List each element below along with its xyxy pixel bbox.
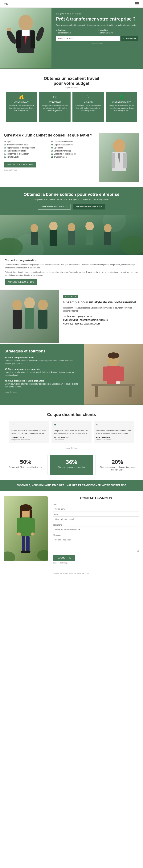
list-item-7: 07. Fusions et acquisitions	[51, 141, 95, 143]
card-text-strategie: Sample text. Click to select this text b…	[41, 104, 69, 112]
testimonial-text-3: Sample text. Click to select the text bo…	[96, 430, 132, 435]
stat-label-3: Cliquez à nouveau ou double-cliquez pour…	[99, 466, 136, 471]
svg-point-24	[49, 222, 57, 231]
svg-rect-16	[112, 153, 115, 168]
contacts-address-line: EMPLACEMENT : 75 STREET SAMPLE, WI 53025	[63, 318, 139, 322]
tagline-text: ENSEMBLE, NOUS POUVONS IMAGINER, INSPIRE…	[6, 484, 137, 487]
card-consultant: 💰 CONSULTANT Lorem text. Click to select…	[6, 92, 37, 122]
hero-cta-button[interactable]: COMMENCER	[121, 36, 138, 41]
hero-image	[0, 8, 51, 69]
list-item-9: 09. Opérations	[51, 147, 95, 149]
contact-form-section: CONTACTEZ-NOUS Nom Email Téléphone Messa…	[0, 491, 143, 569]
svg-rect-45	[103, 367, 107, 381]
card-text-consultant: Lorem text. Click to select this text bo…	[8, 104, 35, 112]
logo: logo	[4, 2, 8, 5]
form-submit-button[interactable]: SOUMETTRE	[53, 555, 75, 561]
org-title: Conseil en organisation	[5, 258, 138, 262]
budget-image-credit: Images de l'image	[4, 87, 139, 89]
hero-email-input[interactable]	[56, 36, 120, 41]
form-image	[4, 496, 48, 564]
form-phone-label: Téléphone	[53, 524, 139, 526]
stat-box-3: 20% Cliquez à nouveau ou double-cliquez …	[96, 455, 139, 475]
quote-mark-3: "	[96, 424, 132, 428]
svg-rect-40	[38, 310, 47, 329]
strategies-section: Stratégies et solutions 01. Nous sculpto…	[0, 344, 143, 405]
org-image-container	[0, 215, 143, 255]
cabinet-learn-more-button[interactable]: APPRENDRE ENCORE PLUS	[4, 162, 36, 167]
tagline-section: ENSEMBLE, NOUS POUVONS IMAGINER, INSPIRE…	[0, 480, 143, 491]
svg-point-43	[108, 352, 119, 359]
form-phone-group: Téléphone	[53, 524, 139, 532]
strategies-content: Stratégies et solutions 01. Nous sculpto…	[0, 344, 84, 405]
svg-point-39	[38, 300, 48, 310]
solution-btn-left[interactable]: APPRENDRE ENCORE PLUS	[38, 204, 71, 210]
list-item-3: 03. Apprentissage et développement	[4, 147, 48, 149]
list-item-12: 12. Transformation	[51, 156, 95, 158]
strategies-image-credit: Jedge de l'image	[5, 391, 79, 393]
org-paragraph1: Para notre aide à représenter le paysage…	[5, 263, 138, 269]
cabinet-image-credit: Image de l'image	[4, 169, 95, 171]
cards-row: 💰 CONSULTANT Lorem text. Click to select…	[4, 92, 139, 122]
hamburger-icon[interactable]	[135, 2, 139, 6]
list-item-2: 02. Transformation des coûts	[4, 144, 48, 146]
svg-point-60	[31, 532, 34, 535]
form-title: CONTACTEZ-NOUS	[53, 496, 139, 500]
contacts-info: TÉLÉPHONE : 1 (232) 252 55 22 EMPLACEMEN…	[63, 315, 139, 326]
form-person-illustration	[4, 496, 48, 561]
hero-section: CE QUE NOUS FAISONS Prêt à transformer v…	[0, 8, 143, 69]
form-email-group: Email	[53, 514, 139, 522]
footer-caption: Sample text. Click to Enter the Page Tex…	[53, 572, 90, 574]
card-title-strategie: STRATÉGIE	[41, 101, 69, 103]
svg-rect-6	[16, 31, 21, 49]
card-text-investissement: Sample text. Click to select this text b…	[108, 104, 135, 112]
solution-btn-right[interactable]: APPRENDRE ENCORE PLUS	[73, 204, 105, 210]
form-message-group: Message	[53, 534, 139, 553]
strategy-num-2: 02. Nous donnons vie aux concepts	[5, 368, 79, 370]
svg-point-4	[19, 15, 33, 31]
stat-number-3: 20%	[99, 459, 136, 465]
form-name-group: Nom	[53, 503, 139, 512]
svg-rect-2	[135, 5, 139, 5]
list-item-11: 11. Durabilité et responsabilité	[51, 153, 95, 155]
svg-rect-25	[50, 230, 57, 246]
budget-title: Obtenez un excellent travailpour votre b…	[4, 76, 139, 86]
clients-section: Ce que disent les clients " Sample text.…	[0, 405, 143, 453]
testimonial-role-2: Chef vendeur	[54, 439, 89, 441]
svg-rect-0	[135, 2, 139, 3]
solution-title: Obtenez la bonne solution pour votre ent…	[6, 192, 137, 197]
hero-person-illustration	[0, 8, 51, 68]
form-phone-input[interactable]	[53, 527, 139, 532]
stat-number-2: 36%	[53, 459, 90, 465]
svg-point-14	[113, 139, 125, 153]
form-email-label: Email	[53, 514, 139, 516]
cabinet-lists: 01. Agile 02. Transformation des coûts 0…	[4, 141, 95, 159]
svg-point-30	[104, 224, 112, 232]
testimonial-role-1: Propriétaire d'entreprise	[11, 439, 47, 441]
testimonials-row: " Sample text. Click to select the text …	[4, 421, 139, 443]
cabinet-list-left: 01. Agile 02. Transformation des coûts 0…	[4, 141, 48, 159]
svg-rect-56	[21, 518, 31, 536]
svg-rect-27	[68, 231, 75, 245]
list-item-8: 08. Capital-investissement	[51, 144, 95, 146]
svg-point-37	[24, 297, 35, 309]
quote-mark-1: "	[11, 424, 47, 428]
contacts-phone-line: TÉLÉPHONE : 1 (232) 252 55 22	[63, 315, 139, 318]
hero-caption: Jedge de l'image	[56, 42, 138, 44]
svg-rect-46	[120, 367, 124, 381]
card-strategie: ⚙ STRATÉGIE Sample text. Click to select…	[39, 92, 71, 122]
svg-rect-50	[116, 381, 120, 384]
list-item-10: 10. Ventes et marketing	[51, 150, 95, 152]
testimonial-3: " Sample text. Click to select the text …	[94, 421, 134, 443]
form-message-textarea[interactable]	[53, 537, 139, 552]
solution-buttons: APPRENDRE ENCORE PLUS APPRENDRE ENCORE P…	[6, 204, 137, 210]
strategy-item-3: 03. Nous créons des réalités gagnantes L…	[5, 380, 79, 388]
card-title-mission: MISSION	[74, 101, 102, 103]
list-item-4: 04. Fusions et acquisitions	[4, 150, 48, 152]
contacts-section: CONTACTS Ensemble pour un style de vie p…	[0, 290, 143, 344]
form-name-input[interactable]	[53, 506, 139, 512]
form-caption: Je signe de l'image	[53, 562, 139, 564]
form-email-input[interactable]	[53, 516, 139, 522]
hero-email-row: COMMENCER	[56, 36, 138, 41]
svg-rect-62	[26, 536, 29, 552]
org-learn-more-button[interactable]: APPRENDRE ENCORE PLUS	[5, 279, 37, 285]
